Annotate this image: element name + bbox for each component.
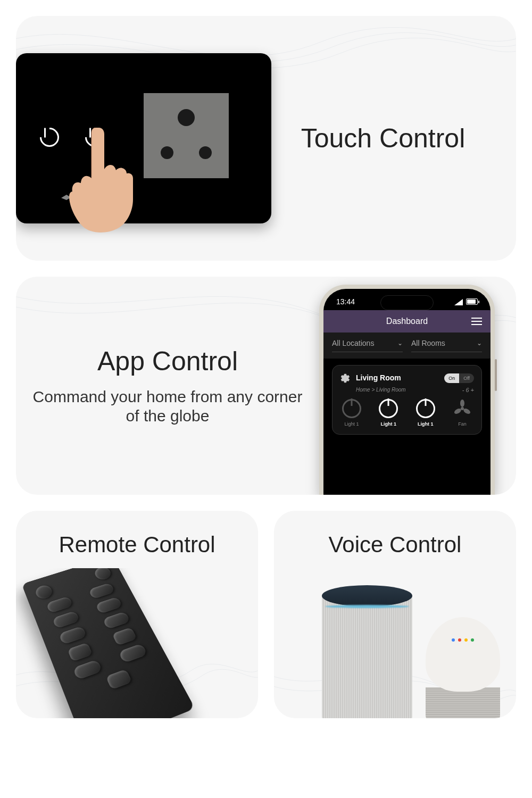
chevron-down-icon: ⌄ [477, 339, 482, 347]
battery-icon [466, 298, 478, 305]
locations-filter[interactable]: All Locations⌄ [332, 339, 403, 352]
card-title: Voice Control [274, 511, 516, 568]
power-icon [379, 399, 398, 418]
status-time: 13:44 [336, 297, 355, 306]
card-title: Remote Control [16, 511, 258, 568]
remote-button [105, 669, 132, 689]
voice-control-card: Voice Control [274, 511, 516, 718]
remote-button [88, 583, 115, 600]
app-header-title: Dashboard [386, 317, 428, 326]
room-card: Living Room On Off Home > Living Room - … [332, 365, 482, 435]
assistant-dots-icon [452, 638, 474, 642]
power-icon [36, 124, 63, 151]
fan-icon [453, 399, 472, 418]
remote-button [118, 643, 147, 663]
smart-switch-panel [16, 53, 271, 223]
hand-pointing-icon [69, 128, 133, 234]
remote-button [52, 611, 80, 629]
remote-button [95, 596, 123, 614]
device-light-3[interactable]: Light 1 [416, 399, 435, 427]
signal-icon [454, 298, 463, 305]
device-fan[interactable]: Fan [453, 399, 472, 427]
remote-device [22, 568, 195, 718]
svg-point-3 [453, 408, 462, 415]
remote-button [67, 642, 93, 662]
svg-point-2 [463, 408, 471, 415]
room-toggle[interactable]: On Off [444, 373, 474, 383]
gear-icon[interactable] [340, 373, 351, 384]
remote-button [112, 627, 137, 646]
remote-button [103, 611, 131, 629]
remote-button [46, 596, 73, 613]
svg-point-0 [461, 407, 464, 410]
remote-button [72, 659, 102, 680]
power-outlet [144, 93, 229, 178]
rooms-filter[interactable]: All Rooms⌄ [411, 339, 482, 352]
fan-level-control[interactable]: - 6 + [462, 387, 474, 393]
card-subtitle: Command your home from any corner of the… [32, 387, 303, 426]
card-title: App Control [97, 346, 238, 377]
app-control-card: App Control Command your home from any c… [16, 277, 516, 495]
card-title: Touch Control [271, 123, 516, 154]
google-home-device [426, 617, 500, 718]
app-header: Dashboard [323, 310, 491, 332]
touch-control-card: Touch Control [16, 16, 516, 261]
power-icon [416, 399, 435, 418]
remote-control-card: Remote Control [16, 511, 258, 718]
device-light-1[interactable]: Light 1 [342, 399, 361, 427]
remote-button [59, 626, 87, 645]
phone-notch [380, 295, 434, 310]
menu-icon[interactable] [471, 318, 482, 325]
svg-point-1 [460, 400, 464, 407]
power-icon [342, 399, 361, 418]
phone-side-button [495, 359, 497, 391]
room-name: Living Room [356, 374, 401, 382]
device-light-2[interactable]: Light 1 [379, 399, 398, 427]
remote-button [34, 584, 54, 600]
remote-button [93, 568, 113, 581]
chevron-down-icon: ⌄ [397, 339, 403, 347]
phone-mockup: 13:44 Dashboard All Locations⌄ All Rooms… [319, 285, 495, 495]
amazon-echo-device [322, 585, 412, 718]
breadcrumb: Home > Living Room - 6 + [356, 387, 474, 393]
